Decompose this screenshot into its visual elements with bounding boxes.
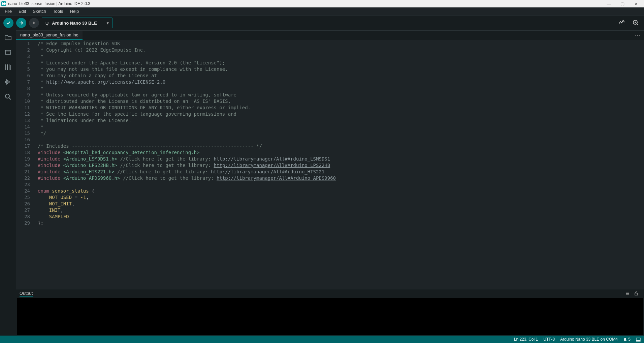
- close-button[interactable]: ✕: [629, 1, 643, 6]
- line-number: 18: [16, 149, 30, 156]
- window-title: nano_ble33_sense_fusion | Arduino IDE 2.…: [8, 1, 90, 6]
- line-number: 25: [16, 194, 30, 201]
- code-line: SAMPLED: [38, 213, 644, 220]
- line-number: 14: [16, 124, 30, 130]
- statusbar: Ln 223, Col 1 UTF-8 Arduino Nano 33 BLE …: [0, 336, 644, 343]
- usb-icon: ψ: [45, 21, 49, 26]
- code-line: * Licensed under the Apache License, Ver…: [38, 60, 644, 66]
- line-number: 9: [16, 92, 30, 98]
- sidebar-sketchbook[interactable]: [4, 33, 12, 42]
- output-header: Output: [16, 289, 644, 298]
- tab-active[interactable]: nano_ble33_sense_fusion.ino: [16, 31, 83, 40]
- monitor-icon: [632, 19, 639, 26]
- output-title: Output: [20, 291, 33, 297]
- output-wrap-icon[interactable]: [623, 291, 632, 297]
- board-icon: [4, 49, 12, 56]
- board-selector[interactable]: ψ Arduino Nano 33 BLE ▾: [42, 18, 112, 28]
- menu-edit[interactable]: Edit: [15, 8, 29, 15]
- svg-rect-2: [5, 50, 11, 54]
- code-line: INIT,: [38, 207, 644, 213]
- wrap-icon: [625, 291, 630, 296]
- line-number: 23: [16, 181, 30, 188]
- code-line: /* Edge Impulse ingestion SDK: [38, 40, 644, 47]
- sidebar-search[interactable]: [4, 92, 12, 101]
- line-number: 5: [16, 66, 30, 73]
- code-line: */: [38, 130, 644, 137]
- folder-icon: [4, 34, 12, 41]
- minimize-button[interactable]: —: [602, 1, 616, 6]
- status-notifications[interactable]: 5: [623, 337, 631, 342]
- menu-sketch[interactable]: Sketch: [29, 8, 50, 15]
- status-cursor[interactable]: Ln 223, Col 1: [514, 337, 538, 342]
- line-number: 29: [16, 220, 30, 226]
- code-lines: /* Edge Impulse ingestion SDK * Copyrigh…: [33, 40, 644, 289]
- code-line: * Unless required by applicable law or a…: [38, 92, 644, 98]
- code-line: #include <Arduino_APDS9960.h> //Click he…: [38, 175, 644, 181]
- line-number: 2: [16, 47, 30, 53]
- menu-help[interactable]: Help: [66, 8, 82, 15]
- line-number: 19: [16, 156, 30, 162]
- sidebar: [0, 30, 16, 336]
- sidebar-library-manager[interactable]: [4, 63, 12, 72]
- verify-button[interactable]: [3, 18, 13, 28]
- code-line: #include <Arduino_LSM9DS1.h> //Click her…: [38, 156, 644, 162]
- sidebar-debug[interactable]: [4, 78, 12, 86]
- menu-file[interactable]: File: [1, 8, 15, 15]
- sidebar-boards-manager[interactable]: [4, 48, 12, 57]
- tab-label: nano_ble33_sense_fusion.ino: [20, 32, 78, 37]
- code-line: * http://www.apache.org/licenses/LICENSE…: [38, 79, 644, 85]
- status-encoding[interactable]: UTF-8: [543, 337, 555, 342]
- code-line: #include <Hospital_bed_occupancy_Detecti…: [38, 149, 644, 156]
- debug-icon: [4, 78, 12, 86]
- line-number: 15: [16, 130, 30, 137]
- line-number: 27: [16, 207, 30, 213]
- upload-button[interactable]: [16, 18, 26, 28]
- code-line: * Copyright (c) 2022 EdgeImpulse Inc.: [38, 47, 644, 53]
- line-number: 8: [16, 85, 30, 92]
- maximize-button[interactable]: ▢: [616, 1, 629, 6]
- code-line: * You may obtain a copy of the License a…: [38, 73, 644, 79]
- lock-icon: [634, 291, 639, 296]
- line-number: 24: [16, 188, 30, 194]
- code-line: #include <Arduino_LPS22HB.h> //Click her…: [38, 162, 644, 169]
- output-body: [17, 298, 643, 335]
- output-lock-icon[interactable]: [632, 291, 641, 297]
- line-gutter: 1234567891011121314151617181920212223242…: [16, 40, 33, 289]
- status-close-panel[interactable]: [636, 337, 641, 342]
- menu-tools[interactable]: Tools: [50, 8, 66, 15]
- code-line: NOT_INIT,: [38, 201, 644, 207]
- serial-plotter-button[interactable]: [616, 19, 627, 27]
- search-icon: [4, 93, 12, 101]
- status-board[interactable]: Arduino Nano 33 BLE on COM4: [560, 337, 618, 342]
- code-line: enum sensor_status {: [38, 188, 644, 194]
- code-line: };: [38, 220, 644, 226]
- code-line: [38, 137, 644, 143]
- line-number: 6: [16, 73, 30, 79]
- code-line: [38, 181, 644, 188]
- line-number: 1: [16, 40, 30, 47]
- debug-button[interactable]: [29, 18, 39, 28]
- panel-icon: [636, 338, 641, 342]
- code-line: #include <Arduino_HTS221.h> //Click here…: [38, 169, 644, 175]
- serial-monitor-button[interactable]: [630, 19, 641, 27]
- debug-play-icon: [31, 20, 37, 26]
- tab-more-button[interactable]: ···: [632, 31, 644, 40]
- line-number: 21: [16, 169, 30, 175]
- arduino-logo-icon: [1, 1, 6, 6]
- chevron-down-icon: ▾: [107, 21, 109, 25]
- code-line: *: [38, 53, 644, 60]
- line-number: 22: [16, 175, 30, 181]
- svg-point-1: [635, 22, 636, 23]
- line-number: 16: [16, 137, 30, 143]
- main-row: nano_ble33_sense_fusion.ino ··· 12345678…: [0, 30, 644, 336]
- code-line: * limitations under the License.: [38, 117, 644, 124]
- code-editor[interactable]: 1234567891011121314151617181920212223242…: [16, 40, 644, 289]
- bell-icon: [623, 338, 627, 342]
- editor-tabs: nano_ble33_sense_fusion.ino ···: [16, 30, 644, 40]
- code-line: * distributed under the License is distr…: [38, 98, 644, 105]
- line-number: 7: [16, 79, 30, 85]
- line-number: 4: [16, 60, 30, 66]
- code-line: *: [38, 85, 644, 92]
- line-number: 11: [16, 105, 30, 111]
- board-name: Arduino Nano 33 BLE: [52, 21, 97, 26]
